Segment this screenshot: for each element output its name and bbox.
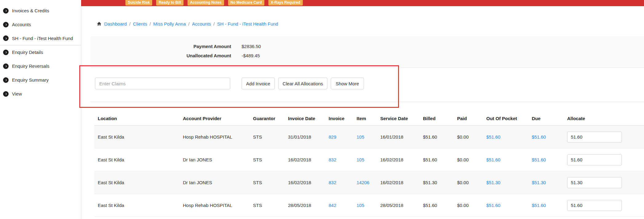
cell-billed: $51.60 <box>420 157 454 162</box>
unallocated-amount-value: -$489.45 <box>242 53 260 58</box>
col-header-due: Due <box>528 116 564 121</box>
clear-all-allocations-button[interactable]: Clear All Allocations <box>278 78 327 89</box>
cell-out-of-pocket: $51.60 <box>483 134 528 140</box>
cell-account-provider: Dr Ian JONES <box>180 180 250 185</box>
show-more-button[interactable]: Show More <box>331 78 364 89</box>
due-link[interactable]: $51.60 <box>532 203 546 208</box>
badge-suicide-risk: Suicide Risk <box>125 0 152 6</box>
cell-paid: $0.00 <box>454 134 483 140</box>
payment-amount-label: Payment Amount <box>90 44 231 49</box>
chevron-circle-icon: › <box>3 77 9 83</box>
cell-service-date: 16/02/2018 <box>377 180 420 185</box>
out-of-pocket-link[interactable]: $51.60 <box>486 157 500 162</box>
table-row: East St Kilda Dr Ian JONES STS 16/02/201… <box>94 148 644 171</box>
cell-out-of-pocket: $51.60 <box>483 203 528 208</box>
invoice-link[interactable]: 829 <box>329 134 336 140</box>
breadcrumb-dashboard[interactable]: Dashboard <box>104 21 127 26</box>
screen: › Invoices & Credits › Accounts › SH - F… <box>0 0 644 219</box>
out-of-pocket-link[interactable]: $51.60 <box>486 203 500 208</box>
breadcrumb-separator: / <box>188 21 189 26</box>
sidebar-item-accounts[interactable]: › Accounts <box>0 18 81 31</box>
enter-claims-input[interactable] <box>95 78 230 89</box>
invoice-link[interactable]: 832 <box>329 180 336 185</box>
col-header-invoice-date: Invoice Date <box>285 116 325 121</box>
sidebar-item-label: Enquiry Details <box>12 50 43 55</box>
cell-item: 105 <box>353 157 377 162</box>
table-header-row: Location Account Provider Guarantor Invo… <box>94 112 644 126</box>
due-link[interactable]: $51.60 <box>532 134 546 140</box>
breadcrumb-separator: / <box>149 21 151 26</box>
add-invoice-button[interactable]: Add Invoice <box>242 78 275 89</box>
cell-service-date: 28/05/2018 <box>377 203 420 208</box>
due-link[interactable]: $51.60 <box>532 157 546 162</box>
invoice-link[interactable]: 832 <box>329 157 336 162</box>
breadcrumb-accounts[interactable]: Accounts <box>192 21 211 26</box>
col-header-service-date: Service Date <box>377 116 420 121</box>
allocate-input[interactable] <box>567 200 622 211</box>
item-link[interactable]: 105 <box>357 203 364 208</box>
sidebar-item-label: Enquiry Reversals <box>12 63 49 69</box>
chevron-circle-icon: › <box>3 8 9 14</box>
cell-account-provider: Dr Ian JONES <box>180 157 250 162</box>
cell-allocate <box>564 200 644 211</box>
sidebar-item-enquiry-details[interactable]: › Enquiry Details <box>0 45 81 59</box>
cell-location: East St Kilda <box>94 180 180 185</box>
allocate-input[interactable] <box>567 154 622 165</box>
payment-amount-value: $2836.50 <box>242 44 261 49</box>
due-link[interactable]: $51.30 <box>532 180 546 185</box>
cell-due: $51.60 <box>528 203 564 208</box>
sidebar-item-sh-fund[interactable]: › SH - Fund - iTest Health Fund <box>0 31 81 45</box>
breadcrumb-separator: / <box>213 21 215 26</box>
cell-billed: $51.60 <box>420 134 454 140</box>
sidebar-item-view[interactable]: › View <box>0 87 81 101</box>
col-header-paid: Paid <box>454 116 483 121</box>
item-link[interactable]: 105 <box>357 134 364 140</box>
cell-paid: $0.00 <box>454 157 483 162</box>
chevron-circle-icon: › <box>3 91 9 97</box>
cell-invoice: 832 <box>325 180 353 185</box>
out-of-pocket-link[interactable]: $51.60 <box>486 134 500 140</box>
allocate-input[interactable] <box>567 132 622 143</box>
col-header-allocate: Allocate <box>564 116 644 121</box>
cell-item: 105 <box>353 134 377 140</box>
item-link[interactable]: 105 <box>357 157 364 162</box>
cell-item: 105 <box>353 203 377 208</box>
cell-invoice-date: 31/01/2018 <box>285 134 325 140</box>
cell-account-provider: Hosp Rehab HOSPITAL <box>180 134 250 140</box>
col-header-invoice: Invoice <box>325 116 353 121</box>
invoice-link[interactable]: 842 <box>329 203 336 208</box>
cell-due: $51.30 <box>528 180 564 185</box>
breadcrumb-client-name[interactable]: Miss Polly Anna <box>153 21 186 26</box>
sidebar-item-enquiry-reversals[interactable]: › Enquiry Reversals <box>0 59 81 73</box>
sidebar-item-invoices-credits[interactable]: › Invoices & Credits <box>0 4 81 18</box>
cell-billed: $51.60 <box>420 203 454 208</box>
out-of-pocket-link[interactable]: $51.30 <box>486 180 500 185</box>
cell-due: $51.60 <box>528 157 564 162</box>
cell-location: East St Kilda <box>94 157 180 162</box>
badge-ready-to-bill: Ready to Bill <box>156 0 184 6</box>
cell-location: East St Kilda <box>94 134 180 140</box>
cell-invoice-date: 16/02/2018 <box>285 157 325 162</box>
cell-paid: $0.00 <box>454 180 483 185</box>
allocate-input[interactable] <box>567 177 622 188</box>
cell-invoice-date: 28/05/2018 <box>285 203 325 208</box>
cell-service-date: 16/01/2018 <box>377 134 420 140</box>
cell-paid: $0.00 <box>454 203 483 208</box>
cell-billed: $51.30 <box>420 180 454 185</box>
payment-summary-panel: Payment Amount $2836.50 Unallocated Amou… <box>90 36 644 68</box>
sidebar-item-label: Accounts <box>12 22 31 27</box>
breadcrumb-fund[interactable]: SH - Fund - iTest Health Fund <box>217 21 278 26</box>
chevron-circle-icon: › <box>3 63 9 69</box>
cell-guarantor: STS <box>250 203 285 208</box>
col-header-location: Location <box>94 116 180 121</box>
sidebar: › Invoices & Credits › Accounts › SH - F… <box>0 0 81 219</box>
breadcrumb-clients[interactable]: Clients <box>133 21 147 26</box>
item-link[interactable]: 14206 <box>357 180 369 185</box>
table-body: East St Kilda Hosp Rehab HOSPITAL STS 31… <box>94 126 644 217</box>
home-icon[interactable] <box>97 21 102 26</box>
badge-no-medicare-card: No Medicare Card <box>228 0 264 6</box>
col-header-guarantor: Guarantor <box>250 116 285 121</box>
sidebar-item-enquiry-summary[interactable]: › Enquiry Summary <box>0 73 81 87</box>
table-row: East St Kilda Hosp Rehab HOSPITAL STS 31… <box>94 126 644 148</box>
chevron-circle-icon: › <box>3 22 9 27</box>
